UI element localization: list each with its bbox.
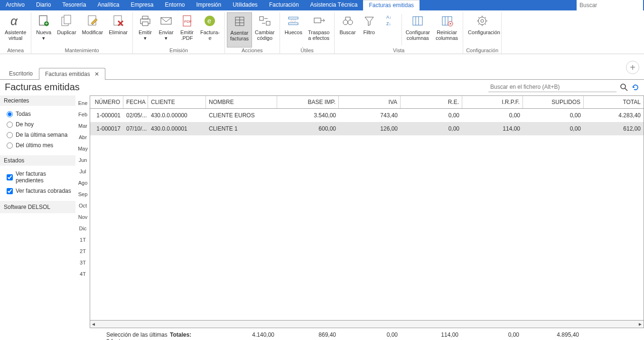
cell-cliente: 430.0.0.00001: [148, 122, 206, 135]
check-pendientes[interactable]: [7, 174, 13, 180]
funnel-icon: [362, 13, 377, 28]
main-area: Recientes Todas De hoy De la última sema…: [0, 95, 644, 328]
factura-e-label: Factura- e: [200, 29, 220, 41]
col-re[interactable]: R.E.: [401, 96, 462, 108]
check-cobradas[interactable]: [7, 188, 13, 194]
svg-rect-21: [291, 20, 296, 22]
tab-facturas-emitidas[interactable]: Facturas emitidas ✕: [39, 68, 105, 80]
menu-analitica[interactable]: Analítica: [92, 0, 125, 10]
month-ene[interactable]: Ene: [76, 97, 90, 109]
group-label-vista: Vista: [393, 47, 404, 54]
duplicate-icon: [59, 13, 74, 28]
global-search-input[interactable]: [577, 0, 643, 10]
col-nombre[interactable]: NOMBRE: [206, 96, 277, 108]
group-label-utiles: Útiles: [300, 47, 314, 54]
menubar: Archivo Diario Tesorería Analítica Empre…: [0, 0, 644, 10]
software-delsol[interactable]: Software DELSOL: [0, 201, 75, 213]
traspaso-efectos-button[interactable]: Traspaso a efectos: [305, 12, 332, 47]
cell-irpf: 114,00: [462, 122, 523, 135]
menu-impresion[interactable]: Impresión: [190, 0, 227, 10]
quarter-2t[interactable]: 2T: [76, 246, 90, 257]
menu-diario[interactable]: Diario: [30, 0, 56, 10]
recent-semana[interactable]: De la última semana: [7, 130, 74, 140]
table-row[interactable]: 1-000001 02/05/... 430.0.0.00000 CLIENTE…: [90, 109, 644, 122]
month-ago[interactable]: Ago: [76, 177, 90, 189]
cambiar-codigo-label: Cambiar código: [255, 29, 275, 41]
col-suplidos[interactable]: SUPLIDOS: [523, 96, 584, 108]
menu-tesoreria[interactable]: Tesorería: [56, 0, 92, 10]
add-new-circle-button[interactable]: +: [626, 61, 639, 74]
cell-total: 612,00: [584, 122, 644, 135]
buscar-button[interactable]: Buscar: [336, 12, 358, 47]
menu-utilidades[interactable]: Utilidades: [227, 0, 263, 10]
month-jun[interactable]: Jun: [76, 154, 90, 166]
radio-semana[interactable]: [7, 132, 13, 138]
refresh-icon[interactable]: [632, 84, 639, 91]
modificar-button[interactable]: Modificar: [79, 12, 106, 47]
cambiar-codigo-button[interactable]: Cambiar código: [252, 12, 278, 47]
month-dic[interactable]: Dic: [76, 223, 90, 234]
col-cliente[interactable]: CLIENTE: [148, 96, 206, 108]
search-icon[interactable]: [620, 84, 628, 91]
month-may[interactable]: May: [76, 143, 90, 154]
menu-empresa[interactable]: Empresa: [125, 0, 159, 10]
file-search-input[interactable]: [488, 82, 616, 92]
duplicar-button[interactable]: Duplicar: [54, 12, 79, 47]
menu-asistencia[interactable]: Asistencia Técnica: [305, 0, 364, 10]
factura-e-button[interactable]: e Factura- e: [197, 12, 223, 47]
month-abr[interactable]: Abr: [76, 132, 90, 143]
col-numero[interactable]: NÚMERO: [90, 96, 123, 108]
svg-point-31: [481, 19, 484, 22]
radio-hoy[interactable]: [7, 122, 13, 128]
filtro-button[interactable]: Filtro: [359, 12, 380, 47]
configurar-columnas-button[interactable]: Configurar columnas: [403, 12, 433, 47]
month-oct[interactable]: Oct: [76, 200, 90, 211]
asentar-facturas-button[interactable]: Asentar facturas: [227, 12, 252, 47]
nueva-button[interactable]: + Nueva ▾: [33, 12, 54, 47]
quarter-1t[interactable]: 1T: [76, 234, 90, 246]
quarter-4t[interactable]: 4T: [76, 268, 90, 280]
month-nov[interactable]: Nov: [76, 211, 90, 223]
ribbon-tab-facturas-emitidas[interactable]: Facturas emitidas: [363, 0, 420, 10]
enviar-label: Enviar ▾: [159, 29, 173, 41]
eliminar-button[interactable]: Eliminar: [106, 12, 131, 47]
month-sep[interactable]: Sep: [76, 189, 90, 200]
orden-button[interactable]: A↓Z↓: [380, 12, 401, 47]
close-icon[interactable]: ✕: [94, 71, 99, 77]
scroll-track[interactable]: [97, 321, 637, 328]
col-total[interactable]: TOTAL: [584, 96, 644, 108]
menu-archivo[interactable]: Archivo: [0, 0, 30, 10]
cell-nombre: CLIENTE 1: [206, 122, 277, 135]
recent-hoy[interactable]: De hoy: [7, 119, 74, 130]
emitir-pdf-button[interactable]: PDF Emitir .PDF: [177, 12, 197, 47]
tab-escritorio[interactable]: Escritorio: [3, 67, 39, 79]
configuracion-button[interactable]: Configuración: [465, 12, 499, 47]
col-fecha[interactable]: FECHA: [123, 96, 148, 108]
cell-nombre: CLIENTE EUROS: [206, 109, 277, 122]
huecos-button[interactable]: Huecos: [282, 12, 305, 47]
enviar-button[interactable]: Enviar ▾: [156, 12, 177, 47]
group-label-emision: Emisión: [169, 47, 188, 54]
emitir-button[interactable]: Emitir ▾: [135, 12, 156, 47]
state-cobradas[interactable]: Ver facturas cobradas: [7, 186, 74, 196]
recent-mes[interactable]: Del último mes: [7, 140, 74, 151]
radio-todas[interactable]: [7, 111, 13, 117]
table-row[interactable]: 1-000017 07/10/... 430.0.0.00001 CLIENTE…: [90, 122, 644, 135]
col-iva[interactable]: IVA: [339, 96, 401, 108]
month-feb[interactable]: Feb: [76, 109, 90, 120]
scroll-right-icon[interactable]: ►: [637, 321, 644, 327]
quarter-3t[interactable]: 3T: [76, 257, 90, 268]
scroll-left-icon[interactable]: ◄: [90, 321, 97, 327]
month-mar[interactable]: Mar: [76, 120, 90, 132]
col-irpf[interactable]: I.R.P.F.: [462, 96, 523, 108]
asistente-virtual-button[interactable]: α Asistente virtual: [2, 12, 29, 47]
col-base[interactable]: BASE IMP.: [277, 96, 339, 108]
horizontal-scrollbar[interactable]: ◄ ►: [90, 320, 644, 328]
month-jul[interactable]: Jul: [76, 166, 90, 177]
menu-facturacion[interactable]: Facturación: [263, 0, 305, 10]
recent-todas[interactable]: Todas: [7, 109, 74, 119]
state-pendientes[interactable]: Ver facturas pendientes: [7, 169, 74, 186]
reiniciar-columnas-button[interactable]: Reiniciar columnas: [433, 12, 461, 47]
radio-mes[interactable]: [7, 142, 13, 149]
menu-entorno[interactable]: Entorno: [159, 0, 190, 10]
